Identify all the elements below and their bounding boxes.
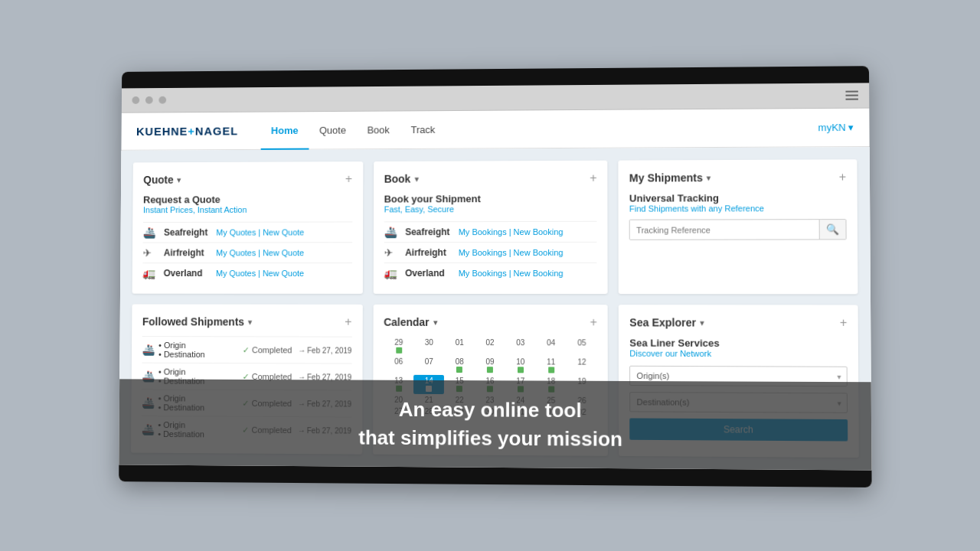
quote-overland-row: 🚛 Overland My Quotes | New Quote [142, 262, 351, 283]
quote-add-button[interactable]: + [345, 172, 352, 186]
dest-1: • Destination [158, 349, 242, 358]
sea-liner-title: Sea Liner Services [629, 337, 847, 349]
followed-card-header: Followed Shipments ▾ + [142, 315, 352, 328]
book-overland-links[interactable]: My Bookings | New Booking [459, 268, 564, 277]
quote-seafreight-row: 🚢 Seafreight My Quotes | New Quote [143, 221, 352, 242]
book-airfreight-row: ✈ Airfreight My Bookings | New Booking [384, 241, 596, 262]
ship-od-2: • Origin • Destination [158, 367, 242, 385]
sea-explorer-card: Sea Explorer ▾ + Sea Liner Services Disc… [619, 305, 859, 458]
cal-cell-16: 16 [475, 375, 505, 394]
book-overland-icon: 🚛 [384, 267, 399, 279]
cal-cell-27: 27 [384, 405, 414, 416]
browser-menu-icon[interactable] [845, 90, 858, 99]
cal-week-2: 06 07 08 09 10 11 12 [384, 355, 597, 375]
nav-home[interactable]: Home [260, 112, 309, 150]
quote-card-header: Quote ▾ + [143, 172, 352, 187]
calendar-grid: 29 30 01 02 03 04 05 06 07 08 [384, 336, 597, 417]
cal-cell-09: 09 [475, 356, 505, 375]
cal-cell-04: 04 [536, 337, 567, 356]
cal-cell-06: 06 [384, 355, 414, 374]
quote-chevron-icon[interactable]: ▾ [177, 175, 181, 184]
content-wrapper: Quote ▾ + Request a Quote Instant Prices… [119, 147, 871, 470]
sea-chevron-icon[interactable]: ▾ [700, 318, 704, 326]
calendar-chevron-icon[interactable]: ▾ [433, 318, 437, 326]
followed-title-text: Followed Shipments [142, 315, 244, 328]
dest-select-wrap: Destination(s) ▾ [629, 392, 848, 413]
book-your-shipment: Book your Shipment Fast, Easy, Secure [384, 192, 597, 214]
ship-date-3: → Feb 27, 2019 [298, 399, 351, 407]
overland-label: Overland [164, 268, 216, 279]
ship-date-1: → Feb 27, 2019 [298, 345, 351, 354]
tracking-input[interactable] [630, 220, 819, 240]
cal-week-1: 29 30 01 02 03 04 05 [384, 336, 597, 356]
tracking-input-container: 🔍 [629, 219, 847, 240]
tracking-sub-label: Find Shipments with any Reference [629, 203, 846, 213]
book-shipment-title[interactable]: Book your Shipment [384, 192, 597, 204]
calendar-card-title: Calendar ▾ [384, 315, 437, 328]
shipments-card-header: My Shipments ▾ + [629, 170, 846, 184]
shipments-card-title: My Shipments ▾ [629, 171, 710, 184]
book-card-header: Book ▾ + [384, 171, 597, 185]
shipments-add-button[interactable]: + [839, 170, 847, 184]
dest-select[interactable]: Destination(s) [629, 392, 848, 413]
origin-select[interactable]: Origin(s) [629, 365, 847, 386]
check-icon-2: ✓ [242, 371, 249, 381]
mykn-label: myKN [818, 121, 846, 132]
book-airfreight-links[interactable]: My Bookings | New Booking [459, 247, 564, 256]
cal-cell-23: 23 [475, 394, 505, 406]
quote-airfreight-row: ✈ Airfreight My Quotes | New Quote [142, 242, 351, 262]
book-seafreight-links[interactable]: My Bookings | New Booking [459, 227, 564, 236]
mykn-dropdown[interactable]: myKN ▾ [818, 121, 854, 132]
airfreight-links[interactable]: My Quotes | New Quote [216, 248, 304, 257]
shipments-chevron-icon[interactable]: ▾ [707, 173, 710, 181]
quote-title-text: Quote [143, 173, 173, 185]
quote-card-title: Quote ▾ [143, 173, 181, 185]
overland-links[interactable]: My Quotes | New Quote [216, 269, 304, 278]
shipment-row-2: 🚢 • Origin • Destination ✓ Completed → F… [142, 362, 351, 390]
cal-cell-18: 18 [536, 375, 567, 394]
request-quote-section: Request a Quote Instant Prices, Instant … [143, 193, 352, 214]
request-quote-title[interactable]: Request a Quote [143, 193, 352, 205]
book-card: Book ▾ + Book your Shipment Fast, Easy, … [373, 160, 608, 293]
cal-cell-01: 01 [444, 336, 475, 355]
book-overland-label: Overland [405, 268, 459, 279]
check-icon-1: ✓ [242, 344, 249, 354]
universal-tracking-label: Universal Tracking [629, 191, 846, 204]
book-airfreight-label: Airfreight [405, 247, 459, 258]
cal-cell-07: 07 [414, 355, 445, 374]
nav-track[interactable]: Track [400, 111, 446, 149]
book-add-button[interactable]: + [590, 171, 596, 184]
ship-icon-1: 🚢 [142, 343, 159, 355]
book-chevron-icon[interactable]: ▾ [414, 174, 418, 183]
app-container: KUEHNE+NAGEL Home Quote Book Track myKN … [119, 108, 871, 470]
dest-3: • Destination [158, 403, 242, 412]
nav-quote[interactable]: Quote [309, 112, 357, 150]
book-title-text: Book [384, 172, 411, 184]
cal-cell-19: 19 [567, 375, 597, 394]
overland-icon: 🚛 [142, 267, 158, 279]
ship-od-3: • Origin • Destination [158, 393, 242, 412]
cal-cell-24: 24 [505, 394, 536, 406]
logo: KUEHNE+NAGEL [136, 124, 238, 137]
seafreight-links[interactable]: My Quotes | New Quote [216, 227, 304, 236]
book-card-title: Book ▾ [384, 172, 419, 184]
cal-cell-28: 28 [413, 405, 444, 416]
cal-cell-02b: 02 [567, 406, 597, 417]
nav-book[interactable]: Book [357, 111, 400, 149]
cal-cell-12: 12 [567, 356, 597, 375]
cal-week-3: 13 14 15 16 17 18 19 [384, 374, 597, 394]
followed-chevron-icon[interactable]: ▾ [248, 318, 252, 326]
seafreight-icon: 🚢 [143, 226, 158, 238]
cal-cell-25: 25 [536, 394, 567, 406]
quote-card: Quote ▾ + Request a Quote Instant Prices… [132, 161, 363, 294]
followed-add-button[interactable]: + [345, 315, 351, 328]
cal-cell-15: 15 [444, 374, 475, 393]
shipments-title-text: My Shipments [629, 171, 703, 184]
tracking-search-button[interactable]: 🔍 [819, 220, 846, 239]
calendar-add-button[interactable]: + [590, 315, 596, 329]
sea-search-button[interactable]: Search [630, 418, 848, 441]
cal-week-5: 27 28 29 30 31 01 02 [384, 405, 597, 418]
calendar-card: Calendar ▾ + 29 30 01 02 03 0 [373, 304, 609, 455]
sea-add-button[interactable]: + [840, 315, 848, 329]
ship-icon-4: 🚢 [142, 422, 158, 435]
